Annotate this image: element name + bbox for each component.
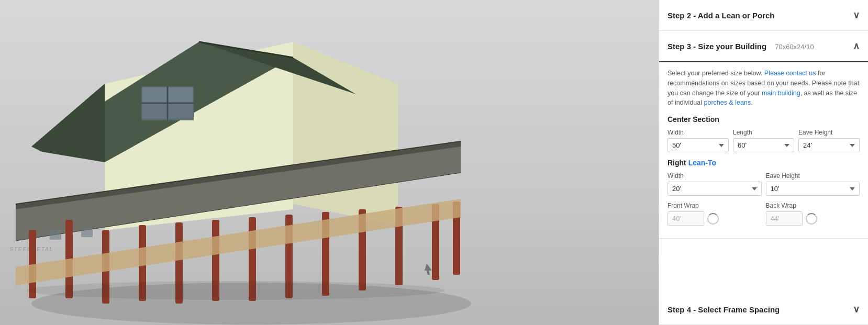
svg-text:STEELMETAL: STEELMETAL: [9, 246, 53, 252]
back-wrap-group: Back Wrap: [766, 202, 860, 226]
step3-header-left: Step 3 - Size your Building 70x60x24/10: [667, 42, 814, 51]
building-viewer: STEELMETAL: [0, 0, 659, 325]
step4-title: Step 4 - Select Frame Spacing: [667, 305, 780, 314]
center-eave-group: Eave Height 24': [798, 129, 860, 152]
center-width-select[interactable]: 50': [667, 138, 729, 152]
svg-rect-12: [169, 87, 193, 102]
lean-fields-row: Width 20' Eave Height 10': [667, 172, 860, 196]
wrap-row: Front Wrap Back Wrap: [667, 202, 860, 226]
front-wrap-label: Front Wrap: [667, 202, 762, 209]
lean-eave-select[interactable]: 10': [766, 182, 860, 196]
center-section-label: Center Section: [667, 115, 860, 124]
step3-title: Step 3 - Size your Building: [667, 42, 766, 51]
svg-rect-36: [81, 228, 93, 237]
svg-rect-13: [142, 104, 166, 119]
back-wrap-spinner-icon[interactable]: [806, 213, 817, 225]
svg-rect-35: [50, 230, 61, 240]
right-lean-highlight: Lean-To: [688, 159, 716, 167]
step2-item: Step 2 - Add a Lean or Porch ∨: [659, 0, 868, 31]
front-wrap-input-row: [667, 211, 762, 226]
back-wrap-input[interactable]: [766, 211, 803, 226]
step2-header[interactable]: Step 2 - Add a Lean or Porch ∨: [659, 0, 868, 30]
step4-item: Step 4 - Select Frame Spacing ∨: [659, 294, 868, 325]
step3-header[interactable]: Step 3 - Size your Building 70x60x24/10 …: [659, 31, 868, 62]
back-wrap-input-row: [766, 211, 860, 226]
lean-width-select[interactable]: 20': [667, 182, 762, 196]
center-width-group: Width 50': [667, 129, 729, 152]
step2-chevron: ∨: [853, 9, 860, 21]
center-eave-label: Eave Height: [798, 129, 860, 136]
step3-description: Select your preferred size below. Please…: [667, 69, 860, 108]
center-length-group: Length 60': [733, 129, 794, 152]
step3-chevron: ∧: [853, 40, 860, 52]
center-length-select[interactable]: 60': [733, 138, 794, 152]
back-wrap-label: Back Wrap: [766, 202, 860, 209]
center-width-label: Width: [667, 129, 729, 136]
lean-eave-group: Eave Height 10': [766, 172, 860, 196]
svg-point-34: [26, 281, 445, 300]
right-panel: Step 2 - Add a Lean or Porch ∨ Step 3 - …: [659, 0, 868, 325]
front-wrap-spinner-icon[interactable]: [707, 213, 719, 225]
svg-rect-14: [169, 104, 193, 119]
lean-width-group: Width 20': [667, 172, 762, 196]
center-eave-select[interactable]: 24': [798, 138, 860, 152]
right-lean-label: Right Lean-To: [667, 159, 860, 167]
center-length-label: Length: [733, 129, 794, 136]
step3-content: Select your preferred size below. Please…: [659, 62, 868, 238]
step4-header[interactable]: Step 4 - Select Frame Spacing ∨: [659, 294, 868, 324]
center-fields-row: Width 50' Length 60' Eave Height 24: [667, 129, 860, 152]
step4-chevron: ∨: [853, 304, 860, 315]
step3-size: 70x60x24/10: [775, 43, 814, 51]
front-wrap-input[interactable]: [667, 211, 704, 226]
contact-link[interactable]: Please contact us: [764, 70, 816, 77]
front-wrap-group: Front Wrap: [667, 202, 762, 226]
svg-rect-11: [142, 87, 166, 102]
step2-title: Step 2 - Add a Lean or Porch: [667, 11, 774, 20]
porches-link[interactable]: porches & leans: [704, 99, 751, 106]
lean-width-label: Width: [667, 172, 762, 180]
lean-eave-label: Eave Height: [766, 172, 860, 180]
step3-item: Step 3 - Size your Building 70x60x24/10 …: [659, 31, 868, 239]
main-building-link[interactable]: main building: [762, 89, 800, 97]
